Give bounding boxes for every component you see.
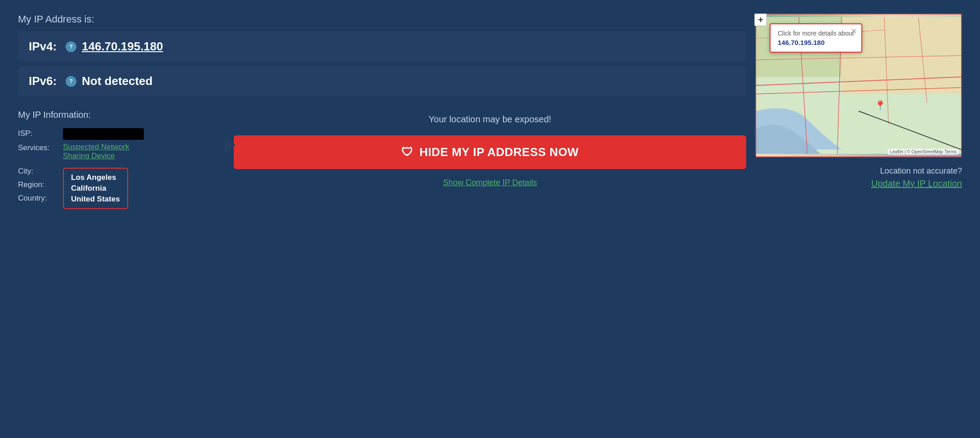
services-label: Services: (18, 143, 58, 152)
shield-icon: 🛡 (401, 145, 414, 159)
services-values: Suspected Network Sharing Device (63, 143, 129, 161)
location-exposed-text: Your location may be exposed! (429, 114, 552, 125)
suspected-network-link[interactable]: Suspected Network (63, 143, 129, 151)
map-popup-close-button[interactable]: ✕ (851, 27, 857, 36)
map-popup: ✕ Click for more details about 146.70.19… (770, 23, 862, 53)
country-value: United States (71, 195, 120, 204)
info-table: ISP: Services: Suspected Network Sharing… (18, 128, 234, 209)
map-attribution: Leaflet | © OpenStreetMap Terms (888, 149, 958, 155)
ipv6-value: Not detected (82, 74, 152, 88)
map-zoom-plus-button[interactable]: + (754, 13, 767, 26)
ipv4-info-icon[interactable]: ? (66, 41, 76, 52)
main-container: My IP Address is: IPv4: ? 146.70.195.180… (18, 13, 962, 209)
city-value: Los Angeles (71, 173, 120, 182)
city-row: City: Region: Country: Los Angeles Calif… (18, 166, 234, 209)
isp-row: ISP: (18, 128, 234, 140)
region-value: California (71, 184, 120, 193)
map-wrapper: 📍 ✕ Click for more details about 146.70.… (755, 13, 962, 157)
location-box: Los Angeles California United States (63, 168, 128, 209)
show-details-link[interactable]: Show Complete IP Details (443, 178, 537, 188)
svg-text:📍: 📍 (874, 100, 886, 112)
ipv6-row: IPv6: ? Not detected (18, 66, 746, 96)
ipv4-address-link[interactable]: 146.70.195.180 (82, 40, 163, 54)
right-info: Location not accurate? Update My IP Loca… (871, 166, 962, 189)
arrow-connector (225, 137, 236, 153)
center-panel: Your location may be exposed! 🛡 HIDE MY … (234, 110, 746, 209)
map-container: + (755, 13, 962, 157)
location-keys: City: Region: Country: (18, 166, 58, 203)
ip-address-label: My IP Address is: (18, 13, 746, 25)
content-section: My IP Information: ISP: Services: Suspec… (18, 110, 746, 209)
country-label: Country: (18, 193, 58, 203)
update-location-link[interactable]: Update My IP Location (871, 179, 962, 188)
left-panel: My IP Address is: IPv4: ? 146.70.195.180… (18, 13, 746, 209)
isp-value-redacted (63, 128, 144, 140)
location-not-accurate-text: Location not accurate? (871, 166, 962, 176)
services-row: Services: Suspected Network Sharing Devi… (18, 143, 234, 161)
hide-ip-button-label: HIDE MY IP ADDRESS NOW (419, 145, 579, 159)
right-panel: + (746, 13, 962, 209)
city-label: City: (18, 166, 58, 176)
ipv6-info-icon[interactable]: ? (66, 76, 76, 87)
sharing-device-link[interactable]: Sharing Device (63, 152, 129, 161)
info-panel: My IP Information: ISP: Services: Suspec… (18, 110, 234, 209)
map-popup-ip[interactable]: 146.70.195.180 (778, 39, 854, 46)
map-popup-text: Click for more details about (778, 30, 854, 37)
ipv4-row: IPv4: ? 146.70.195.180 (18, 31, 746, 62)
hide-ip-button[interactable]: 🛡 HIDE MY IP ADDRESS NOW (234, 135, 746, 169)
info-section-title: My IP Information: (18, 110, 234, 120)
ipv4-label: IPv4: (29, 40, 60, 54)
isp-label: ISP: (18, 128, 58, 138)
ipv6-label: IPv6: (29, 74, 60, 88)
region-label: Region: (18, 179, 58, 189)
